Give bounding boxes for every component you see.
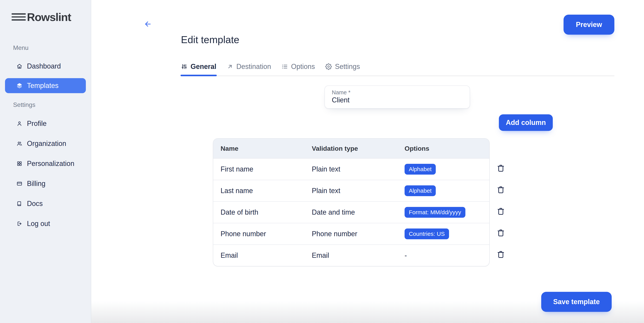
- option-badge: Alphabet: [404, 185, 436, 196]
- sidebar-item-organization[interactable]: Organization: [5, 136, 86, 152]
- sidebar-item-templates[interactable]: Templates: [5, 78, 86, 93]
- tab-settings[interactable]: Settings: [325, 58, 360, 76]
- table-row: Date of birth Date and time Format: MM/d…: [213, 201, 489, 223]
- tab-destination[interactable]: Destination: [227, 58, 271, 76]
- sidebar-item-billing[interactable]: Billing: [5, 176, 86, 192]
- delete-row-button[interactable]: [494, 201, 508, 222]
- app-root: Rowslint Menu Dashboard Templates Settin…: [0, 0, 644, 323]
- option-badge: Format: MM/dd/yyyy: [404, 207, 466, 218]
- trash-icon: [497, 186, 505, 195]
- users-icon: [16, 141, 22, 146]
- credit-card-icon: [16, 181, 22, 186]
- hamburger-icon: [12, 13, 26, 20]
- arrow-left-icon: [144, 20, 152, 30]
- table-header-row: Name Validation type Options: [213, 138, 489, 158]
- layers-icon: [16, 83, 22, 88]
- table-row: First name Plain text Alphabet: [213, 158, 489, 180]
- tab-options[interactable]: Options: [282, 58, 315, 76]
- sliders-icon: [181, 63, 188, 70]
- trash-icon: [497, 229, 505, 238]
- user-icon: [16, 121, 22, 126]
- add-column-button[interactable]: Add column: [499, 114, 553, 131]
- table-row: Email Email -: [213, 244, 489, 266]
- sidebar-section-menu-label: Menu: [13, 44, 91, 51]
- save-template-button[interactable]: Save template: [541, 292, 612, 312]
- arrow-up-right-icon: [227, 63, 233, 70]
- home-icon: [16, 63, 22, 69]
- sidebar-item-dashboard[interactable]: Dashboard: [5, 58, 86, 74]
- main-content: Preview Edit template General Destinatio…: [91, 0, 644, 323]
- template-name-field[interactable]: Name *: [324, 86, 470, 108]
- tab-general[interactable]: General: [181, 58, 216, 76]
- grid-icon: [16, 161, 22, 166]
- sidebar-section-settings-label: Settings: [13, 101, 91, 108]
- list-icon: [282, 63, 288, 70]
- logo[interactable]: Rowslint: [12, 10, 91, 24]
- book-icon: [16, 201, 22, 206]
- sidebar-item-profile[interactable]: Profile: [5, 116, 86, 132]
- sidebar-settings-group: Profile Organization Personalization Bil…: [0, 116, 91, 232]
- columns-table: Name Validation type Options First name …: [213, 138, 490, 266]
- table-header-name: Name: [220, 145, 312, 152]
- option-badge: Countries: US: [404, 228, 449, 239]
- delete-row-button[interactable]: [494, 180, 508, 201]
- sidebar-item-personalization[interactable]: Personalization: [5, 156, 86, 172]
- delete-row-button[interactable]: [494, 158, 508, 180]
- option-empty-value: -: [404, 252, 407, 259]
- logout-icon: [16, 221, 22, 226]
- page-title: Edit template: [181, 34, 240, 46]
- option-badge: Alphabet: [404, 164, 436, 174]
- logo-text: Rowslint: [27, 10, 71, 24]
- trash-icon: [497, 250, 505, 260]
- preview-button[interactable]: Preview: [564, 15, 614, 35]
- trash-icon: [497, 164, 505, 174]
- sidebar-menu-group: Dashboard Templates: [0, 58, 91, 93]
- sidebar-item-docs[interactable]: Docs: [5, 196, 86, 212]
- back-button[interactable]: [142, 18, 154, 31]
- template-name-input[interactable]: [332, 96, 459, 104]
- table-header-options: Options: [404, 145, 489, 152]
- table-row: Phone number Phone number Countries: US: [213, 223, 489, 244]
- sidebar: Rowslint Menu Dashboard Templates Settin…: [0, 0, 91, 323]
- template-name-label: Name *: [332, 89, 470, 96]
- delete-row-button[interactable]: [494, 244, 508, 266]
- gear-icon: [325, 63, 332, 70]
- table-header-validation-type: Validation type: [312, 145, 404, 152]
- sidebar-item-log-out[interactable]: Log out: [5, 216, 86, 232]
- delete-row-button[interactable]: [494, 222, 508, 244]
- trash-icon: [497, 207, 505, 216]
- tab-bar: General Destination Options Settings: [181, 58, 614, 76]
- table-body: First name Plain text Alphabet Last name…: [213, 158, 489, 266]
- table-row: Last name Plain text Alphabet: [213, 180, 489, 201]
- columns-table-area: Name Validation type Options First name …: [213, 138, 528, 266]
